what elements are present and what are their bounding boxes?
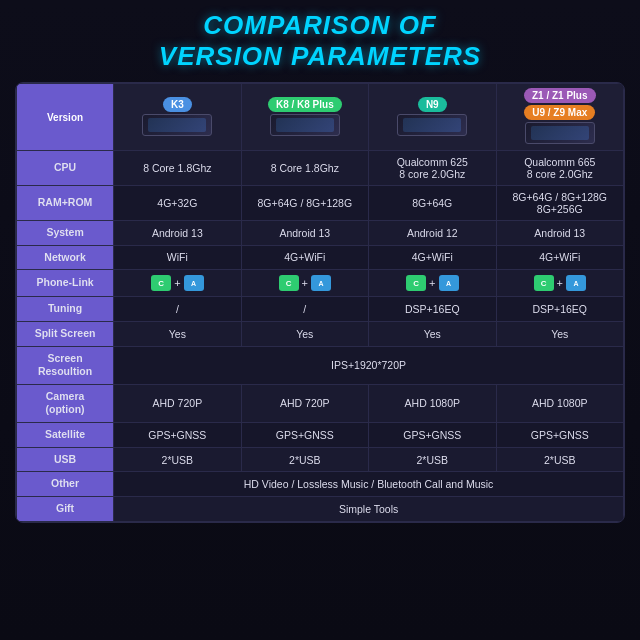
network-row: Network WiFi 4G+WiFi 4G+WiFi 4G+WiFi xyxy=(17,245,624,270)
carplay-icon-n9: C xyxy=(406,275,426,291)
camera-n9: AHD 1080P xyxy=(369,384,496,422)
ram-k3: 4G+32G xyxy=(114,186,241,221)
phonelink-n9: C + A xyxy=(369,270,496,297)
splitscreen-feature: Split Screen xyxy=(17,321,114,346)
n9-badge: N9 xyxy=(418,97,447,112)
z1-sub-badge: U9 / Z9 Max xyxy=(524,105,595,120)
tuning-k8: / xyxy=(241,297,368,322)
ram-row: RAM+ROM 4G+32G 8G+64G / 8G+128G 8G+64G 8… xyxy=(17,186,624,221)
z1-badge: Z1 / Z1 Plus xyxy=(524,88,596,103)
version-label: Version xyxy=(47,112,83,123)
camera-feature: Camera(option) xyxy=(17,384,114,422)
network-k3: WiFi xyxy=(114,245,241,270)
header-k8: K8 / K8 Plus xyxy=(241,84,368,151)
android-auto-icon-z1: A xyxy=(566,275,586,291)
table-header-row: Version K3 K8 / K8 Plus N9 Z1 / Z1 Plus … xyxy=(17,84,624,151)
satellite-k3: GPS+GNSS xyxy=(114,423,241,448)
camera-z1: AHD 1080P xyxy=(496,384,623,422)
tuning-n9: DSP+16EQ xyxy=(369,297,496,322)
satellite-row: Satellite GPS+GNSS GPS+GNSS GPS+GNSS GPS… xyxy=(17,423,624,448)
main-container: COMPARISON OF VERSION PARAMETERS Version… xyxy=(0,0,640,640)
phonelink-row: Phone-Link C + A C + A xyxy=(17,270,624,297)
network-n9: 4G+WiFi xyxy=(369,245,496,270)
phonelink-k3: C + A xyxy=(114,270,241,297)
header-n9: N9 xyxy=(369,84,496,151)
tuning-row: Tuning / / DSP+16EQ DSP+16EQ xyxy=(17,297,624,322)
tuning-feature: Tuning xyxy=(17,297,114,322)
title-line2: VERSION PARAMETERS xyxy=(159,41,481,72)
resolution-row: ScreenResoultion IPS+1920*720P xyxy=(17,346,624,384)
cpu-k8: 8 Core 1.8Ghz xyxy=(241,151,368,186)
usb-k3: 2*USB xyxy=(114,447,241,472)
usb-k8: 2*USB xyxy=(241,447,368,472)
cpu-k3: 8 Core 1.8Ghz xyxy=(114,151,241,186)
satellite-n9: GPS+GNSS xyxy=(369,423,496,448)
k8-badge: K8 / K8 Plus xyxy=(268,97,342,112)
android-auto-icon-k3: A xyxy=(184,275,204,291)
satellite-k8: GPS+GNSS xyxy=(241,423,368,448)
ram-z1: 8G+64G / 8G+128G8G+256G xyxy=(496,186,623,221)
satellite-feature: Satellite xyxy=(17,423,114,448)
cpu-feature: CPU xyxy=(17,151,114,186)
ram-feature: RAM+ROM xyxy=(17,186,114,221)
gift-row: Gift Simple Tools xyxy=(17,497,624,522)
header-k3: K3 xyxy=(114,84,241,151)
splitscreen-k3: Yes xyxy=(114,321,241,346)
system-k8: Android 13 xyxy=(241,221,368,246)
other-value: HD Video / Lossless Music / Bluetooth Ca… xyxy=(114,472,624,497)
n9-device-image xyxy=(397,114,467,136)
comparison-table-wrapper: Version K3 K8 / K8 Plus N9 Z1 / Z1 Plus … xyxy=(15,82,625,523)
k3-badge: K3 xyxy=(163,97,192,112)
resolution-value: IPS+1920*720P xyxy=(114,346,624,384)
android-auto-icon-k8: A xyxy=(311,275,331,291)
network-k8: 4G+WiFi xyxy=(241,245,368,270)
z1-device-image xyxy=(525,122,595,144)
satellite-z1: GPS+GNSS xyxy=(496,423,623,448)
camera-row: Camera(option) AHD 720P AHD 720P AHD 108… xyxy=(17,384,624,422)
network-feature: Network xyxy=(17,245,114,270)
comparison-table: Version K3 K8 / K8 Plus N9 Z1 / Z1 Plus … xyxy=(16,83,624,522)
ram-n9: 8G+64G xyxy=(369,186,496,221)
splitscreen-row: Split Screen Yes Yes Yes Yes xyxy=(17,321,624,346)
usb-feature: USB xyxy=(17,447,114,472)
splitscreen-k8: Yes xyxy=(241,321,368,346)
camera-k8: AHD 720P xyxy=(241,384,368,422)
other-feature: Other xyxy=(17,472,114,497)
tuning-z1: DSP+16EQ xyxy=(496,297,623,322)
system-k3: Android 13 xyxy=(114,221,241,246)
splitscreen-n9: Yes xyxy=(369,321,496,346)
other-row: Other HD Video / Lossless Music / Blueto… xyxy=(17,472,624,497)
resolution-feature: ScreenResoultion xyxy=(17,346,114,384)
k8-device-image xyxy=(270,114,340,136)
phonelink-z1: C + A xyxy=(496,270,623,297)
network-z1: 4G+WiFi xyxy=(496,245,623,270)
camera-k3: AHD 720P xyxy=(114,384,241,422)
usb-z1: 2*USB xyxy=(496,447,623,472)
phonelink-k8: C + A xyxy=(241,270,368,297)
phonelink-feature: Phone-Link xyxy=(17,270,114,297)
k3-device-image xyxy=(142,114,212,136)
ram-k8: 8G+64G / 8G+128G xyxy=(241,186,368,221)
carplay-icon-k3: C xyxy=(151,275,171,291)
system-n9: Android 12 xyxy=(369,221,496,246)
android-auto-icon-n9: A xyxy=(439,275,459,291)
system-z1: Android 13 xyxy=(496,221,623,246)
splitscreen-z1: Yes xyxy=(496,321,623,346)
carplay-icon-z1: C xyxy=(534,275,554,291)
gift-feature: Gift xyxy=(17,497,114,522)
system-row: System Android 13 Android 13 Android 12 … xyxy=(17,221,624,246)
page-title: COMPARISON OF VERSION PARAMETERS xyxy=(159,10,481,72)
cpu-z1: Qualcomm 6658 core 2.0Ghz xyxy=(496,151,623,186)
gift-value: Simple Tools xyxy=(114,497,624,522)
title-line1: COMPARISON OF xyxy=(159,10,481,41)
tuning-k3: / xyxy=(114,297,241,322)
header-feature-cell: Version xyxy=(17,84,114,151)
system-feature: System xyxy=(17,221,114,246)
carplay-icon-k8: C xyxy=(279,275,299,291)
usb-n9: 2*USB xyxy=(369,447,496,472)
cpu-n9: Qualcomm 6258 core 2.0Ghz xyxy=(369,151,496,186)
cpu-row: CPU 8 Core 1.8Ghz 8 Core 1.8Ghz Qualcomm… xyxy=(17,151,624,186)
header-z1: Z1 / Z1 Plus U9 / Z9 Max xyxy=(496,84,623,151)
usb-row: USB 2*USB 2*USB 2*USB 2*USB xyxy=(17,447,624,472)
